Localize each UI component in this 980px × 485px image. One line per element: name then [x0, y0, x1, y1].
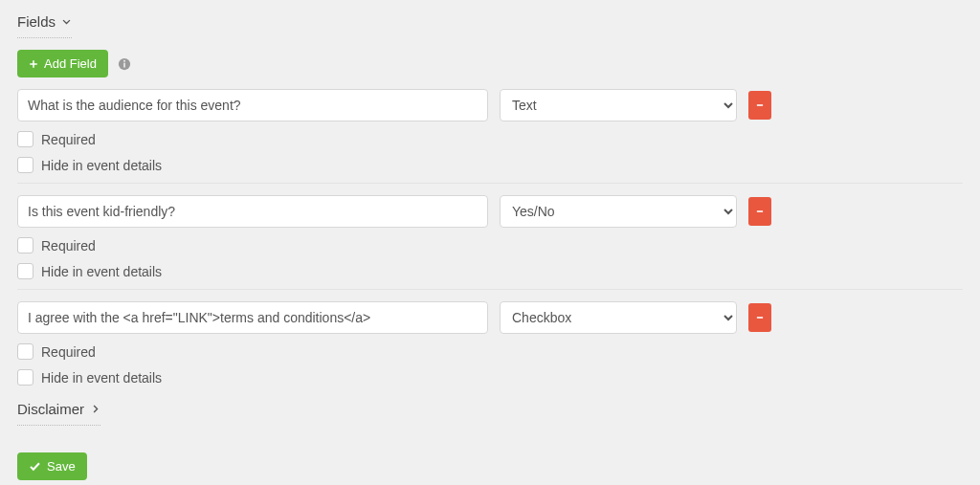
- hide-label: Hide in event details: [41, 264, 162, 279]
- required-label: Required: [41, 132, 96, 147]
- field-block: Text Yes/No Checkbox Required Hide in ev…: [17, 183, 963, 279]
- hide-label: Hide in event details: [41, 370, 162, 386]
- minus-icon: [755, 207, 765, 216]
- plus-icon: [29, 59, 38, 69]
- field-type-select[interactable]: Text Yes/No Checkbox: [500, 195, 737, 228]
- field-label-input[interactable]: [17, 195, 488, 228]
- svg-rect-1: [124, 62, 126, 67]
- required-checkbox[interactable]: [17, 237, 33, 254]
- hide-checkbox[interactable]: [17, 369, 33, 386]
- required-row[interactable]: Required: [17, 343, 963, 360]
- field-label-input[interactable]: [17, 301, 488, 334]
- required-checkbox[interactable]: [17, 343, 33, 360]
- fields-section-toggle[interactable]: Fields: [17, 11, 72, 38]
- save-button[interactable]: Save: [17, 452, 87, 480]
- remove-field-button[interactable]: [748, 197, 771, 226]
- disclaimer-section-label: Disclaimer: [17, 401, 84, 417]
- disclaimer-section-toggle[interactable]: Disclaimer: [17, 399, 100, 426]
- minus-icon: [755, 100, 765, 110]
- add-field-button-label: Add Field: [44, 56, 97, 71]
- chevron-right-icon: [90, 404, 100, 414]
- field-block: Text Yes/No Checkbox Required Hide in ev…: [17, 89, 963, 173]
- chevron-down-icon: [61, 16, 72, 27]
- required-label: Required: [41, 344, 96, 360]
- check-icon: [29, 460, 41, 473]
- field-block: Text Yes/No Checkbox Required Hide in ev…: [17, 289, 963, 386]
- required-label: Required: [41, 238, 96, 254]
- hide-label: Hide in event details: [41, 158, 162, 173]
- field-type-select[interactable]: Text Yes/No Checkbox: [500, 301, 737, 334]
- hide-checkbox[interactable]: [17, 157, 33, 173]
- hide-row[interactable]: Hide in event details: [17, 157, 963, 173]
- hide-row[interactable]: Hide in event details: [17, 263, 963, 279]
- hide-checkbox[interactable]: [17, 263, 33, 279]
- field-label-input[interactable]: [17, 89, 488, 121]
- remove-field-button[interactable]: [748, 303, 771, 332]
- add-field-button[interactable]: Add Field: [17, 50, 108, 77]
- hide-row[interactable]: Hide in event details: [17, 369, 963, 386]
- save-button-label: Save: [47, 459, 76, 474]
- required-row[interactable]: Required: [17, 237, 963, 254]
- required-row[interactable]: Required: [17, 131, 963, 147]
- field-type-select[interactable]: Text Yes/No Checkbox: [500, 89, 737, 121]
- minus-icon: [755, 313, 765, 322]
- remove-field-button[interactable]: [748, 91, 771, 120]
- svg-point-2: [123, 59, 125, 61]
- info-icon[interactable]: [118, 56, 132, 71]
- fields-section-label: Fields: [17, 13, 56, 30]
- required-checkbox[interactable]: [17, 131, 33, 147]
